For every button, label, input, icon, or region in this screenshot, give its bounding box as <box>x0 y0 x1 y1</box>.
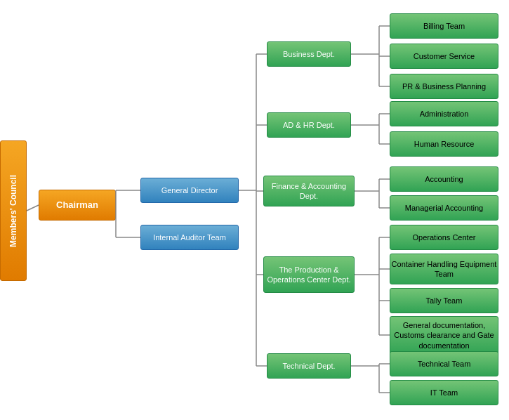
general-director-node: General Director <box>140 178 239 203</box>
production-dept-node: The Production & Operations Center Dept. <box>263 256 355 293</box>
internal-auditor-node: Internal Auditor Team <box>140 225 239 250</box>
finance-dept-node: Finance & Accounting Dept. <box>263 176 355 206</box>
general-documentation-node: General documentation, Customs clearance… <box>390 316 498 355</box>
managerial-accounting-node: Managerial Accounting <box>390 195 498 221</box>
pr-business-node: PR & Business Planning <box>390 74 498 99</box>
ad-hr-dept-node: AD & HR Dept. <box>267 112 351 138</box>
business-dept-node: Business Dept. <box>267 41 351 67</box>
chairman-node: Chairman <box>39 190 116 221</box>
accounting-node: Accounting <box>390 166 498 192</box>
members-council-node: Members' Council <box>0 140 27 281</box>
org-chart: Members' Council Chairman General Direct… <box>0 0 509 420</box>
technical-dept-node: Technical Dept. <box>267 353 351 379</box>
container-handling-node: Container Handling Equipment Team <box>390 254 498 284</box>
administration-node: Administration <box>390 101 498 126</box>
it-team-node: IT Team <box>390 380 498 405</box>
tally-team-node: Tally Team <box>390 288 498 313</box>
customer-service-node: Customer Service <box>390 44 498 69</box>
svg-line-0 <box>27 205 39 211</box>
billing-team-node: Billing Team <box>390 13 498 39</box>
operations-center-node: Operations Center <box>390 225 498 250</box>
technical-team-node: Technical Team <box>390 351 498 376</box>
human-resource-node: Human Resource <box>390 131 498 157</box>
